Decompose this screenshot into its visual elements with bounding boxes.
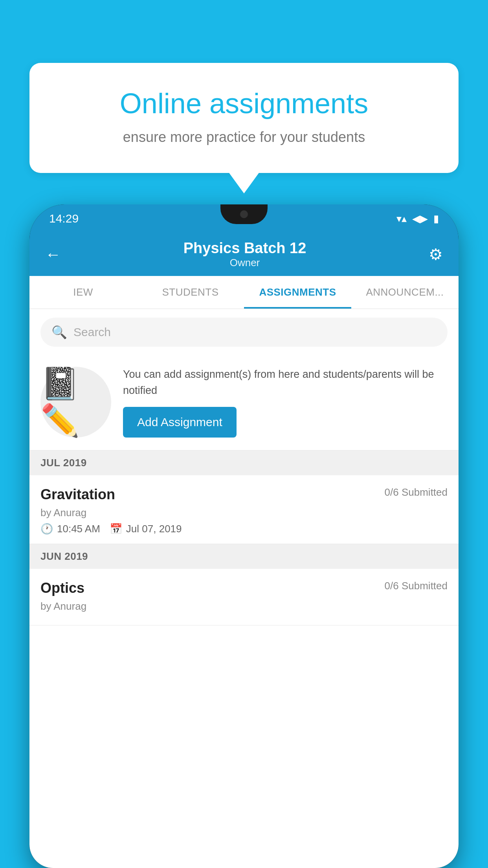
tab-assignments[interactable]: ASSIGNMENTS bbox=[244, 276, 351, 309]
signal-icon: ◀▶ bbox=[412, 213, 428, 225]
tab-iew[interactable]: IEW bbox=[29, 276, 137, 309]
assignment-submitted: 0/6 Submitted bbox=[385, 486, 448, 498]
info-card-subtitle: ensure more practice for your students bbox=[57, 129, 431, 145]
info-card: Online assignments ensure more practice … bbox=[29, 63, 459, 173]
app-bar-title: Physics Batch 12 bbox=[65, 240, 425, 257]
search-icon: 🔍 bbox=[51, 325, 67, 340]
assignment-time-date: 🕐 10:45 AM 📅 Jul 07, 2019 bbox=[40, 523, 448, 535]
assignment-by: by Anurag bbox=[40, 507, 448, 519]
status-time: 14:29 bbox=[49, 212, 79, 225]
assignment-submitted-optics: 0/6 Submitted bbox=[385, 580, 448, 592]
camera-dot bbox=[240, 210, 248, 218]
phone-content: 🔍 Search 📓✏️ You can add assignment(s) f… bbox=[29, 309, 459, 868]
time-item: 🕐 10:45 AM bbox=[40, 523, 100, 535]
assignment-title: Gravitation bbox=[40, 486, 115, 503]
status-icons: ▾▴ ◀▶ ▮ bbox=[396, 213, 439, 225]
date-item: 📅 Jul 07, 2019 bbox=[110, 523, 182, 535]
promo-text: You can add assignment(s) from here and … bbox=[123, 366, 448, 398]
assignment-item-gravitation[interactable]: Gravitation 0/6 Submitted by Anurag 🕐 10… bbox=[29, 475, 459, 544]
promo-section: 📓✏️ You can add assignment(s) from here … bbox=[29, 355, 459, 451]
assignment-by-optics: by Anurag bbox=[40, 600, 448, 612]
section-header-jul2019: JUL 2019 bbox=[29, 451, 459, 475]
section-header-jun2019: JUN 2019 bbox=[29, 544, 459, 569]
calendar-icon: 📅 bbox=[110, 523, 122, 535]
assignment-date: Jul 07, 2019 bbox=[126, 523, 182, 535]
phone-frame: 14:29 ▾▴ ◀▶ ▮ ← Physics Batch 12 Owner ⚙… bbox=[29, 204, 459, 868]
settings-icon[interactable]: ⚙ bbox=[425, 241, 447, 267]
promo-icon-circle: 📓✏️ bbox=[40, 367, 111, 438]
tabs-bar: IEW STUDENTS ASSIGNMENTS ANNOUNCEM... bbox=[29, 276, 459, 309]
wifi-icon: ▾▴ bbox=[396, 213, 407, 225]
status-bar: 14:29 ▾▴ ◀▶ ▮ bbox=[29, 204, 459, 233]
app-bar-title-section: Physics Batch 12 Owner bbox=[65, 240, 425, 269]
info-card-title: Online assignments bbox=[57, 86, 431, 120]
assignment-title-optics: Optics bbox=[40, 580, 84, 596]
app-bar-subtitle: Owner bbox=[65, 257, 425, 269]
search-input-placeholder: Search bbox=[73, 326, 111, 339]
battery-icon: ▮ bbox=[433, 213, 439, 225]
app-bar: ← Physics Batch 12 Owner ⚙ bbox=[29, 233, 459, 276]
search-bar[interactable]: 🔍 Search bbox=[40, 318, 448, 347]
assignment-header: Gravitation 0/6 Submitted bbox=[40, 486, 448, 503]
add-assignment-button[interactable]: Add Assignment bbox=[123, 407, 237, 438]
back-button[interactable]: ← bbox=[41, 242, 65, 267]
assignment-item-optics[interactable]: Optics 0/6 Submitted by Anurag bbox=[29, 569, 459, 625]
notch bbox=[220, 204, 268, 224]
tab-announcements[interactable]: ANNOUNCEM... bbox=[351, 276, 459, 309]
assignment-header-optics: Optics 0/6 Submitted bbox=[40, 580, 448, 596]
promo-right: You can add assignment(s) from here and … bbox=[123, 366, 448, 438]
assignment-time: 10:45 AM bbox=[57, 523, 100, 535]
search-container: 🔍 Search bbox=[29, 309, 459, 355]
notebook-icon: 📓✏️ bbox=[40, 365, 111, 439]
tab-students[interactable]: STUDENTS bbox=[137, 276, 244, 309]
clock-icon: 🕐 bbox=[40, 523, 53, 535]
